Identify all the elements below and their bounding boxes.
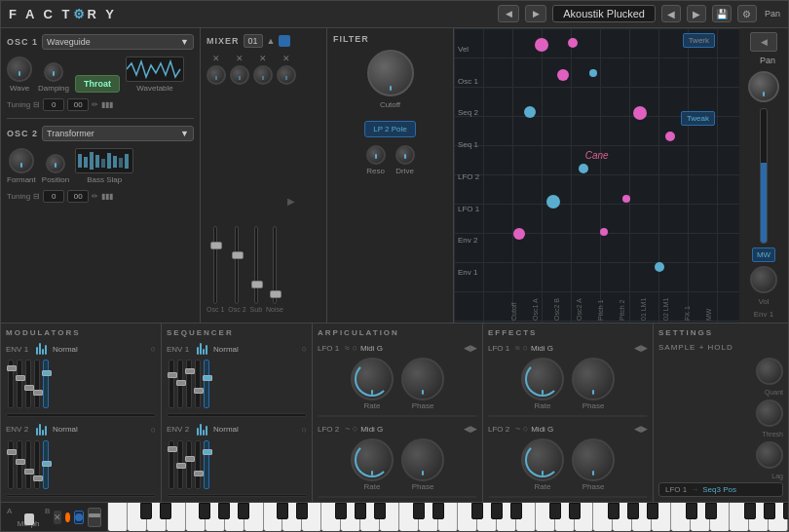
xy-dot-4[interactable] bbox=[589, 69, 597, 77]
env2-fader5[interactable] bbox=[43, 440, 49, 489]
seq-fader6[interactable] bbox=[169, 440, 174, 489]
osc2-formant-knob[interactable] bbox=[9, 148, 34, 173]
osc2-tuning-val1[interactable]: 0 bbox=[43, 190, 64, 203]
mw-btn[interactable]: MW bbox=[752, 247, 775, 262]
env1-fader2[interactable] bbox=[17, 360, 22, 408]
lfo2-rate-knob[interactable] bbox=[351, 438, 394, 481]
fx-rate-knob[interactable] bbox=[521, 358, 564, 400]
morph-thumb[interactable] bbox=[24, 513, 34, 525]
black-key-29[interactable] bbox=[686, 503, 697, 519]
settings-btn[interactable]: ⚙ bbox=[737, 5, 757, 22]
mixer-fader4-thumb[interactable] bbox=[270, 290, 282, 298]
black-key-12[interactable] bbox=[355, 503, 366, 519]
lag-knob[interactable] bbox=[756, 441, 783, 469]
preset-fwd-btn[interactable]: ▶ bbox=[687, 5, 706, 22]
seq-env2-icon[interactable]: ○ bbox=[302, 425, 307, 435]
env1-fader4[interactable] bbox=[34, 360, 40, 408]
black-key-20[interactable] bbox=[510, 503, 522, 519]
xy-dot-13[interactable] bbox=[655, 262, 664, 272]
mixer-fader1[interactable] bbox=[213, 226, 217, 304]
seq-fader2[interactable] bbox=[177, 360, 183, 408]
black-key-1[interactable] bbox=[140, 503, 152, 519]
seq-fader9[interactable] bbox=[195, 440, 201, 489]
xy-dot-5[interactable] bbox=[633, 106, 647, 120]
seq-fader10[interactable] bbox=[204, 440, 209, 489]
mixer-fader4[interactable] bbox=[273, 226, 277, 304]
pan-knob[interactable] bbox=[748, 71, 779, 102]
black-key-19[interactable] bbox=[491, 503, 503, 519]
mixer-ch3-mute[interactable]: ✕ bbox=[259, 54, 267, 63]
mixer-fader2[interactable] bbox=[235, 226, 239, 304]
black-key-16[interactable] bbox=[432, 503, 444, 519]
black-key-33[interactable] bbox=[764, 503, 775, 519]
env2-fader4[interactable] bbox=[34, 440, 40, 489]
osc2-tuning-val2[interactable]: 00 bbox=[67, 190, 89, 203]
black-key-4[interactable] bbox=[199, 503, 210, 519]
env2-settings-icon[interactable]: ○ bbox=[151, 425, 156, 435]
black-key-11[interactable] bbox=[335, 503, 347, 519]
osc2-position-knob[interactable] bbox=[46, 154, 65, 173]
lfo1-rate-knob[interactable] bbox=[351, 358, 394, 400]
black-key-13[interactable] bbox=[374, 503, 386, 519]
mixer-fader1-thumb[interactable] bbox=[210, 242, 222, 249]
mixer-ch2-mute[interactable]: ✕ bbox=[236, 54, 244, 63]
osc1-type-dropdown[interactable]: Waveguide ▼ bbox=[42, 34, 194, 50]
seq-fader7[interactable] bbox=[177, 440, 183, 489]
vol-fader-rail[interactable] bbox=[760, 108, 768, 244]
mixer-up-arrow[interactable]: ▲ bbox=[267, 36, 276, 46]
quant-knob[interactable] bbox=[756, 358, 783, 385]
xy-dot-9[interactable] bbox=[546, 195, 560, 209]
lfo2-phase-knob[interactable] bbox=[401, 438, 444, 481]
mixer-ch1-knob[interactable] bbox=[207, 65, 226, 85]
mixer-fader3-thumb[interactable] bbox=[251, 281, 263, 288]
mixer-ch4-mute[interactable]: ✕ bbox=[282, 54, 290, 63]
mixer-fader2-thumb[interactable] bbox=[232, 251, 244, 259]
black-key-32[interactable] bbox=[744, 503, 756, 519]
seq-env1-icon[interactable]: ○ bbox=[302, 344, 307, 354]
black-key-25[interactable] bbox=[608, 503, 620, 519]
black-key-27[interactable] bbox=[647, 503, 658, 519]
right-panel-btn1[interactable]: ◀ bbox=[750, 32, 777, 52]
osc1-tuning-val1[interactable]: 0 bbox=[43, 98, 64, 111]
seq-fader5[interactable] bbox=[204, 360, 209, 408]
env2-fader2[interactable] bbox=[17, 440, 22, 489]
black-key-23[interactable] bbox=[569, 503, 581, 519]
black-key-5[interactable] bbox=[218, 503, 230, 519]
lfo2-arrows[interactable]: ◀▶ bbox=[464, 424, 477, 434]
filter-cutoff-knob[interactable] bbox=[367, 50, 414, 96]
filter-drive-knob[interactable] bbox=[395, 145, 415, 165]
fx-rate2-knob[interactable] bbox=[521, 438, 564, 481]
fx-lfo2-arrows[interactable]: ◀▶ bbox=[634, 424, 648, 434]
env1-settings-icon[interactable]: ○ bbox=[151, 344, 156, 354]
mixer-num[interactable]: 01 bbox=[244, 34, 263, 48]
mixer-ch1-mute[interactable]: ✕ bbox=[212, 54, 220, 63]
black-key-30[interactable] bbox=[705, 503, 717, 519]
xy-dot-11[interactable] bbox=[513, 228, 525, 240]
seq-fader3[interactable] bbox=[186, 360, 192, 408]
twerk-btn[interactable]: Twerk bbox=[683, 33, 715, 48]
osc2-tuning-edit-icon[interactable]: ✏ bbox=[92, 192, 98, 201]
lfo1-arrows[interactable]: ◀▶ bbox=[464, 343, 477, 353]
env1-fader3[interactable] bbox=[25, 360, 31, 408]
xy-dot-6[interactable] bbox=[524, 106, 536, 118]
osc2-type-dropdown[interactable]: Transformer ▼ bbox=[42, 126, 194, 141]
mixer-ch2-knob[interactable] bbox=[230, 65, 249, 85]
filter-reso-knob[interactable] bbox=[366, 145, 386, 165]
preset-name-display[interactable]: Akoustik Plucked bbox=[552, 5, 656, 22]
thresh-knob[interactable] bbox=[756, 399, 783, 427]
osc1-tuning-val2[interactable]: 00 bbox=[67, 98, 89, 111]
filter-type-btn[interactable]: LP 2 Pole bbox=[364, 121, 416, 137]
mixer-ch3-knob[interactable] bbox=[253, 65, 273, 85]
black-key-8[interactable] bbox=[277, 503, 288, 519]
lfo1-phase-knob[interactable] bbox=[401, 358, 444, 400]
black-key-15[interactable] bbox=[413, 503, 425, 519]
fx-phase-knob[interactable] bbox=[572, 358, 615, 400]
tweak-btn[interactable]: Tweak bbox=[681, 111, 715, 126]
vol-knob[interactable] bbox=[750, 266, 777, 293]
osc1-throat-btn[interactable]: Throat bbox=[75, 75, 120, 93]
env1-fader5[interactable] bbox=[43, 360, 49, 408]
black-key-22[interactable] bbox=[549, 503, 561, 519]
fx-lfo1-arrows[interactable]: ◀▶ bbox=[634, 343, 648, 353]
seq-fader8[interactable] bbox=[186, 440, 192, 489]
preset-prev-btn[interactable]: ◀ bbox=[498, 5, 519, 22]
